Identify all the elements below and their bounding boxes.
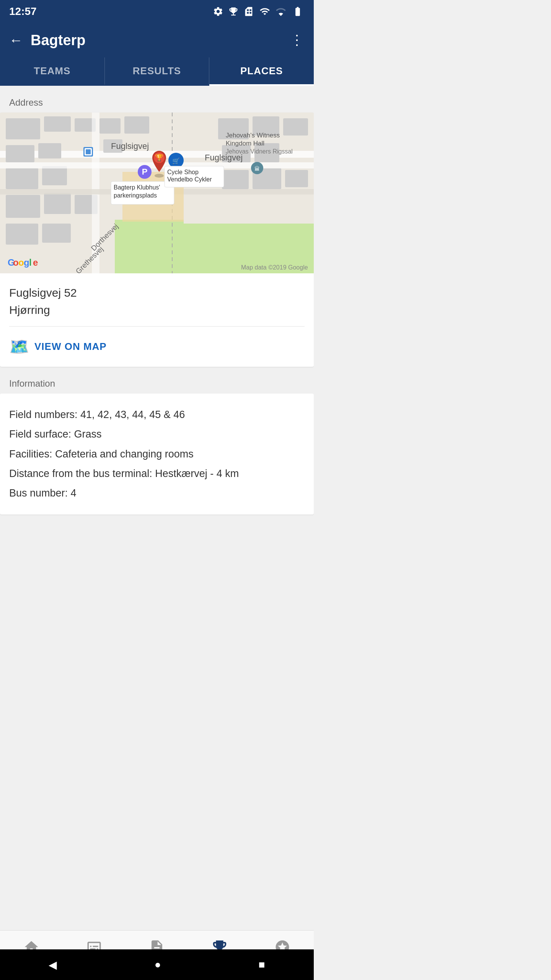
page-title: Bagterp (31, 32, 290, 49)
svg-text:Kingdom Hall: Kingdom Hall (226, 140, 264, 147)
wifi-icon (259, 6, 271, 17)
tab-bar: TEAMS RESULTS PLACES (0, 57, 314, 86)
svg-rect-23 (283, 118, 308, 136)
address-line-2: Hjørring (9, 301, 305, 318)
battery-icon (291, 6, 305, 17)
svg-rect-6 (6, 118, 40, 139)
svg-text:Vendelbo Cykler: Vendelbo Cykler (167, 176, 212, 183)
top-bar: ← Bagterp ⋮ (0, 23, 314, 57)
svg-rect-7 (44, 116, 71, 132)
svg-text:Fuglsigvej: Fuglsigvej (111, 141, 149, 151)
tab-teams[interactable]: TEAMS (0, 57, 105, 85)
svg-text:Map data ©2019 Google: Map data ©2019 Google (241, 264, 308, 271)
svg-text:🏛: 🏛 (254, 166, 260, 172)
information-content: Field numbers: 41, 42, 43, 44, 45 & 46 F… (0, 394, 314, 514)
info-line-4: Distance from the bus terminal: Hestkærv… (9, 464, 305, 483)
svg-rect-4 (115, 220, 184, 239)
svg-text:🏆: 🏆 (155, 154, 164, 162)
more-button[interactable]: ⋮ (290, 32, 305, 48)
view-on-map-button[interactable]: 🗺️ VIEW ON MAP (0, 327, 314, 367)
android-home-button[interactable]: ● (155, 959, 161, 971)
svg-text:l: l (29, 257, 32, 268)
svg-rect-18 (99, 118, 121, 134)
status-bar: 12:57 (0, 0, 314, 23)
svg-rect-19 (124, 116, 149, 134)
svg-rect-13 (6, 195, 40, 218)
map-container[interactable]: Dorthesvej Grethesvej Fuglsigvej Fuglsig… (0, 113, 314, 273)
map-svg: Dorthesvej Grethesvej Fuglsigvej Fuglsig… (0, 113, 314, 273)
address-card: Dorthesvej Grethesvej Fuglsigvej Fuglsig… (0, 113, 314, 367)
content-area: Address (0, 86, 314, 614)
android-back-button[interactable]: ◀ (49, 959, 57, 971)
svg-text:🛒: 🛒 (172, 157, 180, 165)
svg-text:g: g (24, 257, 29, 268)
information-card: Field numbers: 41, 42, 43, 44, 45 & 46 F… (0, 394, 314, 514)
status-icons (213, 6, 305, 17)
svg-rect-10 (38, 143, 61, 158)
address-text: Fuglsigvej 52 Hjørring (0, 273, 314, 326)
status-time: 12:57 (9, 5, 37, 18)
svg-rect-16 (6, 224, 38, 245)
svg-text:Cycle Shop: Cycle Shop (167, 169, 199, 175)
svg-text:o: o (13, 257, 19, 268)
svg-rect-12 (42, 166, 67, 185)
tab-results[interactable]: RESULTS (105, 57, 210, 85)
svg-rect-9 (6, 145, 34, 162)
svg-text:Jehovah's Witness: Jehovah's Witness (226, 132, 280, 139)
address-line-1: Fuglsigvej 52 (9, 284, 305, 301)
signal-icon (276, 6, 286, 17)
info-line-3: Facilities: Cafeteria and changing rooms (9, 444, 305, 464)
info-line-2: Field surface: Grass (9, 425, 305, 444)
back-button[interactable]: ← (9, 32, 23, 48)
svg-text:Jehovas Vidners Rigssal: Jehovas Vidners Rigssal (226, 148, 293, 155)
svg-rect-11 (6, 168, 38, 189)
svg-rect-28 (285, 170, 308, 187)
svg-rect-14 (44, 193, 71, 214)
android-recent-button[interactable]: ■ (259, 959, 265, 971)
svg-text:o: o (18, 257, 24, 268)
sim-icon (243, 6, 254, 17)
settings-icon (213, 6, 223, 17)
information-label: Information (0, 374, 314, 394)
svg-text:e: e (33, 257, 38, 268)
tab-places[interactable]: PLACES (209, 57, 314, 86)
android-nav-bar: ◀ ● ■ (0, 949, 314, 980)
address-label: Address (0, 93, 314, 113)
trophy-icon (228, 6, 239, 17)
svg-text:Bagterp Klubhus': Bagterp Klubhus' (114, 184, 160, 191)
info-line-1: Field numbers: 41, 42, 43, 44, 45 & 46 (9, 405, 305, 425)
svg-text:P: P (142, 167, 148, 176)
svg-point-42 (155, 174, 164, 178)
svg-rect-26 (222, 170, 249, 189)
info-line-5: Bus number: 4 (9, 483, 305, 503)
svg-rect-41 (86, 149, 91, 154)
svg-rect-17 (42, 224, 71, 243)
svg-text:parkeringsplads: parkeringsplads (114, 192, 157, 199)
maps-icon: 🗺️ (9, 337, 29, 356)
view-on-map-label: VIEW ON MAP (34, 341, 107, 353)
